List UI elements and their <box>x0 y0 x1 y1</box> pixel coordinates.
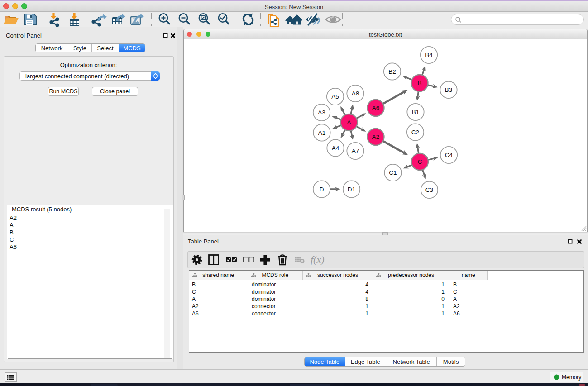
svg-text:C2: C2 <box>411 129 419 136</box>
svg-text:A6: A6 <box>372 105 380 111</box>
svg-text:A: A <box>347 119 351 126</box>
svg-text:C: C <box>418 158 422 165</box>
svg-text:A5: A5 <box>331 93 339 100</box>
svg-text:A4: A4 <box>332 145 339 152</box>
svg-text:C3: C3 <box>425 186 433 193</box>
svg-text:D: D <box>320 186 324 193</box>
svg-text:B3: B3 <box>445 86 453 93</box>
svg-text:B4: B4 <box>425 52 433 58</box>
svg-text:B: B <box>417 80 421 86</box>
svg-text:D1: D1 <box>348 186 355 193</box>
svg-text:A8: A8 <box>352 90 359 97</box>
svg-text:B1: B1 <box>412 109 420 115</box>
svg-text:A7: A7 <box>352 148 359 154</box>
svg-text:A1: A1 <box>318 129 326 136</box>
svg-text:C4: C4 <box>445 152 453 158</box>
svg-text:A2: A2 <box>372 133 380 140</box>
svg-text:B2: B2 <box>388 68 396 75</box>
svg-text:A3: A3 <box>318 109 325 116</box>
svg-text:C1: C1 <box>389 169 397 176</box>
svg-text:f(x): f(x) <box>311 254 325 265</box>
